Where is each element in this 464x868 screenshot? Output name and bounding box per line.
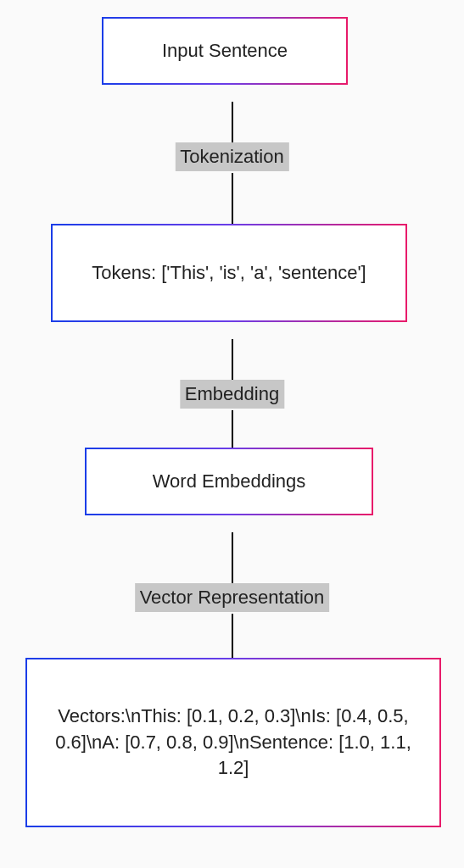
edge-line <box>232 173 233 229</box>
node-tokens: Tokens: ['This', 'is', 'a', 'sentence'] <box>51 224 407 322</box>
node-input-sentence: Input Sentence <box>102 17 348 85</box>
edge-label: Tokenization <box>175 142 288 171</box>
edge-line <box>232 614 233 663</box>
edge-label: Vector Representation <box>135 583 330 612</box>
edge-label: Embedding <box>180 380 284 409</box>
edge-line <box>232 410 233 453</box>
node-word-embeddings: Word Embeddings <box>85 448 373 515</box>
edge-line <box>232 102 233 142</box>
node-label: Word Embeddings <box>153 469 306 495</box>
flow-diagram: Input Sentence Tokenization Tokens: ['Th… <box>0 0 464 868</box>
edge-line <box>232 339 233 380</box>
node-label: Tokens: ['This', 'is', 'a', 'sentence'] <box>92 260 366 287</box>
node-vectors: Vectors:\nThis: [0.1, 0.2, 0.3]\nIs: [0.… <box>25 658 441 827</box>
node-label: Vectors:\nThis: [0.1, 0.2, 0.3]\nIs: [0.… <box>37 704 429 782</box>
edge-line <box>232 532 233 583</box>
node-label: Input Sentence <box>162 38 288 64</box>
